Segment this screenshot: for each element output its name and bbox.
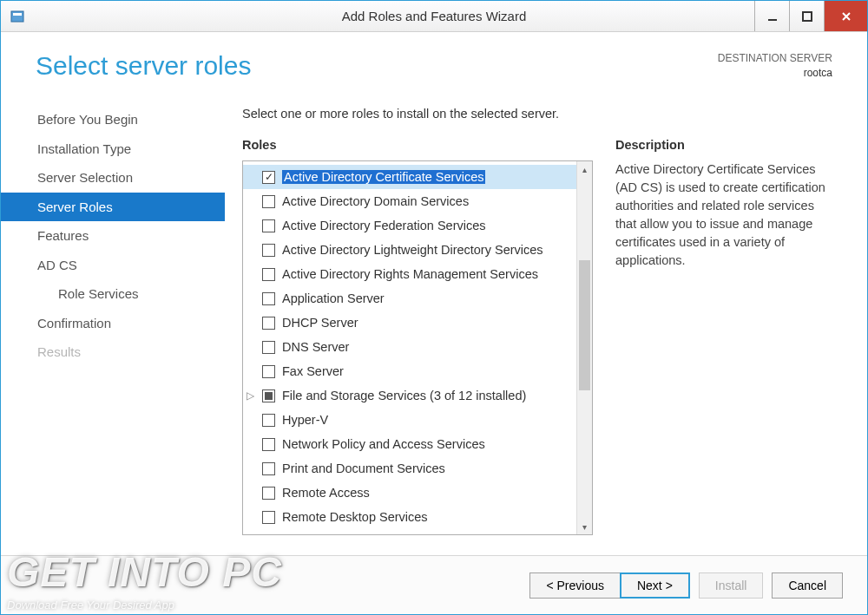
sidebar-item: Results bbox=[37, 337, 225, 367]
footer: < Previous Next > Install Cancel bbox=[1, 555, 867, 614]
next-button[interactable]: Next > bbox=[620, 572, 690, 599]
role-label: Remote Desktop Services bbox=[282, 510, 428, 524]
roles-listbox: Active Directory Certificate ServicesAct… bbox=[242, 160, 593, 535]
checkbox[interactable] bbox=[262, 292, 275, 305]
body: Before You BeginInstallation TypeServer … bbox=[1, 89, 867, 555]
wizard-window: Add Roles and Features Wizard Select ser… bbox=[0, 0, 868, 615]
sidebar-item[interactable]: Installation Type bbox=[37, 134, 225, 164]
cancel-button[interactable]: Cancel bbox=[772, 572, 843, 599]
maximize-button[interactable] bbox=[789, 1, 824, 31]
wizard-steps-sidebar: Before You BeginInstallation TypeServer … bbox=[1, 89, 225, 555]
install-button[interactable]: Install bbox=[699, 572, 764, 599]
description-column: Description Active Directory Certificate… bbox=[615, 138, 834, 555]
role-row[interactable]: Active Directory Domain Services bbox=[243, 189, 576, 213]
page-title: Select server roles bbox=[36, 51, 251, 81]
checkbox[interactable] bbox=[262, 195, 275, 208]
content-area: Select server roles DESTINATION SERVER r… bbox=[1, 32, 867, 614]
role-row[interactable]: Remote Access bbox=[243, 481, 576, 505]
sidebar-item[interactable]: Before You Begin bbox=[37, 105, 225, 134]
role-row[interactable]: Hyper-V bbox=[243, 408, 576, 432]
checkbox[interactable] bbox=[262, 268, 275, 281]
checkbox[interactable] bbox=[262, 438, 275, 451]
role-row[interactable]: Network Policy and Access Services bbox=[243, 432, 576, 456]
role-row[interactable]: DNS Server bbox=[243, 335, 576, 359]
svg-rect-1 bbox=[13, 13, 22, 16]
dest-label: DESTINATION SERVER bbox=[718, 51, 832, 66]
destination-server: DESTINATION SERVER rootca bbox=[718, 51, 832, 81]
sidebar-item[interactable]: Confirmation bbox=[37, 309, 225, 338]
roles-column: Roles Active Directory Certificate Servi… bbox=[242, 138, 593, 555]
role-label: DNS Server bbox=[282, 340, 349, 354]
close-button[interactable] bbox=[824, 1, 867, 31]
role-label: Hyper-V bbox=[282, 413, 328, 427]
scroll-up-icon[interactable]: ▴ bbox=[577, 161, 592, 177]
role-row[interactable]: Print and Document Services bbox=[243, 456, 576, 481]
svg-rect-2 bbox=[768, 19, 777, 21]
role-row[interactable]: ▷File and Storage Services (3 of 12 inst… bbox=[243, 383, 576, 408]
checkbox[interactable] bbox=[262, 341, 275, 354]
checkbox[interactable] bbox=[262, 414, 275, 427]
window-title: Add Roles and Features Wizard bbox=[342, 9, 527, 23]
roles-list[interactable]: Active Directory Certificate ServicesAct… bbox=[243, 161, 576, 534]
sidebar-item[interactable]: AD CS bbox=[37, 251, 225, 280]
previous-button[interactable]: < Previous bbox=[529, 572, 620, 599]
role-row[interactable]: Active Directory Federation Services bbox=[243, 213, 576, 238]
scroll-thumb[interactable] bbox=[579, 260, 590, 390]
checkbox[interactable] bbox=[262, 389, 275, 402]
scrollbar[interactable]: ▴ ▾ bbox=[576, 161, 592, 534]
checkbox[interactable] bbox=[262, 462, 275, 475]
role-label: Active Directory Federation Services bbox=[282, 219, 486, 232]
scroll-down-icon[interactable]: ▾ bbox=[577, 519, 592, 534]
role-row[interactable]: Active Directory Lightweight Directory S… bbox=[243, 238, 576, 262]
role-row[interactable]: Remote Desktop Services bbox=[243, 505, 576, 529]
sidebar-item[interactable]: Server Roles bbox=[1, 193, 225, 222]
role-row[interactable]: DHCP Server bbox=[243, 311, 576, 335]
minimize-button[interactable] bbox=[754, 1, 789, 31]
role-row[interactable]: Application Server bbox=[243, 286, 576, 311]
role-label: Fax Server bbox=[282, 364, 344, 378]
sidebar-item[interactable]: Server Selection bbox=[37, 163, 225, 193]
checkbox[interactable] bbox=[262, 365, 275, 378]
columns: Roles Active Directory Certificate Servi… bbox=[242, 138, 834, 555]
roles-label: Roles bbox=[242, 138, 593, 152]
description-text: Active Directory Certificate Services (A… bbox=[615, 160, 834, 270]
scroll-track[interactable] bbox=[577, 177, 592, 519]
titlebar: Add Roles and Features Wizard bbox=[1, 1, 867, 32]
window-controls bbox=[754, 1, 867, 31]
svg-rect-3 bbox=[803, 12, 812, 21]
checkbox[interactable] bbox=[262, 219, 275, 232]
role-label: Active Directory Lightweight Directory S… bbox=[282, 243, 543, 257]
role-label: Active Directory Rights Management Servi… bbox=[282, 267, 538, 281]
nav-button-group: < Previous Next > bbox=[529, 572, 689, 599]
role-label: DHCP Server bbox=[282, 316, 358, 330]
role-label: Active Directory Domain Services bbox=[282, 194, 469, 208]
role-label: File and Storage Services (3 of 12 insta… bbox=[282, 389, 526, 402]
sidebar-item[interactable]: Role Services bbox=[37, 279, 225, 309]
dest-value: rootca bbox=[718, 66, 832, 81]
checkbox[interactable] bbox=[262, 511, 275, 524]
role-label: Active Directory Certificate Services bbox=[282, 170, 485, 184]
role-label: Application Server bbox=[282, 291, 385, 305]
role-row[interactable]: Active Directory Rights Management Servi… bbox=[243, 262, 576, 286]
description-label: Description bbox=[615, 138, 834, 152]
role-label: Network Policy and Access Services bbox=[282, 437, 485, 451]
role-label: Print and Document Services bbox=[282, 461, 445, 475]
checkbox[interactable] bbox=[262, 244, 275, 257]
checkbox[interactable] bbox=[262, 487, 275, 500]
role-row[interactable]: Fax Server bbox=[243, 359, 576, 383]
sidebar-item[interactable]: Features bbox=[37, 221, 225, 251]
header: Select server roles DESTINATION SERVER r… bbox=[1, 32, 867, 89]
checkbox[interactable] bbox=[262, 171, 275, 184]
role-row[interactable]: Active Directory Certificate Services bbox=[243, 165, 576, 189]
checkbox[interactable] bbox=[262, 317, 275, 330]
svg-rect-0 bbox=[11, 11, 23, 22]
main-panel: Select one or more roles to install on t… bbox=[225, 89, 867, 555]
expander-icon[interactable]: ▷ bbox=[247, 389, 259, 402]
app-icon bbox=[10, 9, 25, 24]
instruction-text: Select one or more roles to install on t… bbox=[242, 107, 834, 121]
role-label: Remote Access bbox=[282, 486, 370, 500]
